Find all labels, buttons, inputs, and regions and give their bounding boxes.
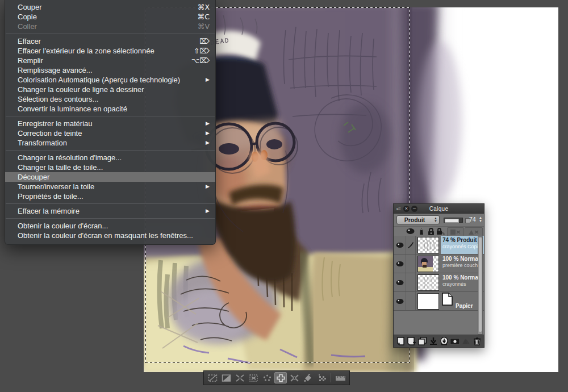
clipping-disabled-icon — [461, 336, 470, 346]
close-icon[interactable] — [403, 206, 410, 212]
menu-item-changer-couleur-ligne[interactable]: Changer la couleur de ligne à dessiner — [5, 85, 215, 94]
submenu-arrow-icon — [206, 182, 210, 191]
toolbar-divider — [331, 373, 331, 382]
menu-item-effacer-exterieur[interactable]: Effacer l'extérieur de la zone sélection… — [5, 46, 215, 56]
menu-item-couper[interactable]: Couper⌘X — [5, 2, 215, 12]
duplicate-layer-icon[interactable] — [417, 336, 427, 346]
layer-visibility-toggle[interactable] — [394, 292, 406, 310]
lock-icon[interactable] — [428, 228, 435, 236]
menu-item-decouper[interactable]: Découper — [5, 172, 215, 182]
menu-item-colorisation-automatique[interactable]: Colorisation Automatique (Aperçu de tech… — [5, 75, 215, 85]
submenu-arrow-icon — [206, 119, 210, 128]
ink-icon[interactable] — [419, 228, 424, 235]
new-layer-plus-icon[interactable] — [407, 336, 416, 346]
layer-visibility-toggle[interactable] — [394, 236, 406, 254]
layers-scrollbar-thumb[interactable] — [479, 237, 482, 332]
menu-item-obtenir-couleur-ecran-masquant[interactable]: Obtenir la couleur d'écran en masquant l… — [5, 231, 215, 240]
menu-item-transformation[interactable]: Transformation — [5, 138, 215, 148]
menu-separator — [6, 203, 215, 204]
layer-thumbnail[interactable] — [417, 256, 439, 272]
menu-item-remplir[interactable]: Remplir⌥⌦ — [5, 56, 215, 65]
lock-alpha-icon[interactable] — [437, 228, 445, 236]
menu-item-copie[interactable]: Copie⌘C — [5, 12, 215, 22]
layer-row-premiere-couche[interactable]: 100 % Normal première couche — [394, 255, 484, 273]
menu-item-tourner-inverser[interactable]: Tourner/inverser la toile — [5, 182, 215, 191]
ruler-icon[interactable] — [334, 372, 346, 383]
transform-mesh-icon[interactable] — [247, 372, 260, 383]
delete-layer-icon[interactable] — [472, 336, 482, 346]
menu-item-correction-teinte[interactable]: Correction de teinte — [5, 128, 215, 138]
pattern-dither-icon[interactable] — [315, 372, 328, 383]
layer-row-crayonnes[interactable]: 100 % Normal crayonnés — [394, 273, 484, 292]
deselect-icon[interactable] — [206, 372, 219, 383]
layer-thumbnail[interactable] — [417, 293, 439, 310]
menu-item-proprietes-toile[interactable]: Propriétés de toile... — [5, 191, 215, 201]
layers-panel: Calque Produit 74 — [393, 203, 485, 348]
scatter-icon[interactable] — [261, 372, 273, 383]
menu-separator — [6, 218, 215, 219]
menu-item-selection-contours[interactable]: Sélection des contours... — [5, 94, 215, 104]
menu-item-remplissage-avance[interactable]: Remplissage avancé... — [5, 65, 215, 75]
layers-panel-titlebar[interactable]: Calque — [394, 204, 484, 214]
menu-item-changer-resolution[interactable]: Changer la résolution d'image... — [5, 153, 215, 162]
menu-separator — [6, 150, 215, 151]
layer-visibility-toggle[interactable] — [394, 273, 406, 291]
new-layer-icon[interactable] — [396, 336, 406, 346]
menu-item-effacer[interactable]: Effacer⌦ — [5, 36, 215, 46]
layer-thumbnail[interactable] — [417, 274, 439, 291]
layers-scrollbar[interactable] — [478, 236, 483, 335]
submenu-arrow-icon — [206, 128, 210, 138]
menu-item-effacer-memoire[interactable]: Effacer la mémoire — [5, 206, 215, 216]
paper-icon — [442, 293, 453, 306]
layer-thumbnail[interactable] — [417, 237, 439, 253]
submenu-arrow-icon — [206, 206, 210, 216]
selection-marquee-bottom — [145, 362, 410, 363]
layer-row-crayonnes-copie[interactable]: 74 % Produit crayonnés Copie — [394, 236, 484, 255]
layer-visibility-toggle[interactable] — [394, 255, 406, 273]
active-brush-icon — [406, 236, 416, 254]
fill-bucket-icon[interactable] — [302, 372, 314, 383]
menu-item-obtenir-couleur-ecran[interactable]: Obtenir la couleur d'écran... — [5, 221, 215, 231]
invert-selection-icon[interactable] — [220, 372, 232, 383]
eye-left — [219, 143, 239, 155]
menu-separator — [6, 34, 215, 34]
layer-controls-row: Produit 74 — [394, 214, 484, 227]
stepper-arrows-icon — [432, 217, 439, 223]
eye-right — [266, 139, 282, 149]
shrink-selection-icon[interactable] — [233, 372, 246, 383]
opacity-slider[interactable] — [444, 218, 463, 223]
menu-item-convertir-luminance[interactable]: Convertir la luminance en opacité — [5, 104, 215, 114]
submenu-arrow-icon — [206, 75, 210, 85]
expand-selection-icon[interactable] — [288, 372, 300, 383]
layer-mask-icon[interactable] — [450, 336, 460, 346]
context-menu: Couper⌘X Copie⌘C Coller⌘V Effacer⌦ Effac… — [5, 0, 216, 245]
opacity-slider-handle[interactable] — [445, 219, 459, 223]
menu-item-enregistrer-materiau[interactable]: Enregistrer le matériau — [5, 119, 215, 128]
panel-menu-icon[interactable] — [395, 206, 402, 212]
merge-down-alt-icon[interactable] — [439, 336, 449, 346]
layers-bottom-toolbar — [394, 335, 484, 347]
submenu-arrow-icon — [206, 138, 210, 148]
blend-mode-select[interactable]: Produit — [396, 215, 440, 224]
opacity-stepper[interactable] — [479, 216, 482, 223]
merge-down-icon[interactable] — [428, 336, 438, 346]
layer-row-papier[interactable]: Papier — [394, 292, 484, 311]
minimize-icon[interactable] — [411, 206, 417, 212]
visibility-eye-icon[interactable] — [406, 228, 415, 235]
opacity-value: 74 — [469, 216, 476, 223]
canvas-bottom-toolbar — [203, 370, 350, 385]
menu-item-changer-taille-toile[interactable]: Changer la taille de toile... — [5, 162, 215, 172]
layer-list: 74 % Produit crayonnés Copie 100 % Norma… — [394, 236, 484, 311]
move-icon[interactable] — [274, 372, 287, 383]
menu-separator — [6, 116, 215, 116]
menu-item-coller: Coller⌘V — [5, 22, 215, 31]
